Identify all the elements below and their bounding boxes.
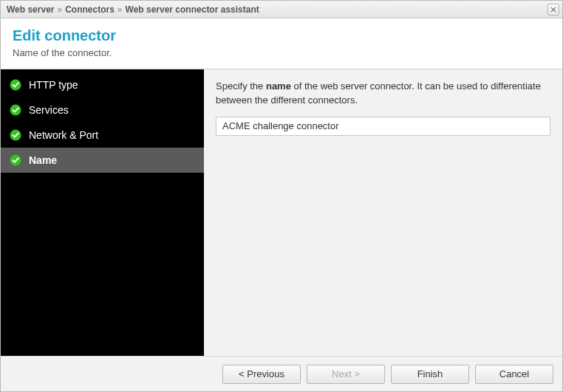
instruction-text: Specify the name of the web server conne… <box>216 80 550 108</box>
titlebar: Web server » Connectors » Web server con… <box>1 1 562 18</box>
breadcrumb-separator: » <box>57 4 62 15</box>
wizard-step-name[interactable]: Name <box>1 148 204 173</box>
close-icon <box>550 7 556 13</box>
cancel-button[interactable]: Cancel <box>475 365 553 384</box>
instruction-bold: name <box>266 80 291 92</box>
header-area: Edit connector Name of the connector. <box>1 18 562 69</box>
wizard-step-network-port[interactable]: Network & Port <box>1 123 204 148</box>
instruction-pre: Specify the <box>216 80 266 92</box>
check-circle-icon <box>10 154 21 166</box>
finish-button[interactable]: Finish <box>391 365 469 384</box>
wizard-steps-sidebar: HTTP type Services Network & Port <box>1 69 204 356</box>
close-button[interactable] <box>547 4 559 16</box>
check-circle-icon <box>10 79 21 91</box>
breadcrumb-item[interactable]: Web server <box>7 4 54 15</box>
check-circle-icon <box>10 104 21 116</box>
next-button: Next > <box>307 365 385 384</box>
page-title: Edit connector <box>13 27 550 44</box>
wizard-step-label: HTTP type <box>29 79 78 91</box>
breadcrumb-item: Web server connector assistant <box>126 4 259 15</box>
connector-name-input[interactable] <box>216 117 550 136</box>
wizard-step-label: Name <box>29 154 57 166</box>
breadcrumb-item[interactable]: Connectors <box>65 4 115 15</box>
wizard-step-http-type[interactable]: HTTP type <box>1 72 204 97</box>
page-subtitle: Name of the connector. <box>13 47 550 58</box>
check-circle-icon <box>10 129 21 141</box>
wizard-step-label: Network & Port <box>29 129 98 141</box>
wizard-step-label: Services <box>29 104 69 116</box>
wizard-step-services[interactable]: Services <box>1 97 204 123</box>
breadcrumb: Web server » Connectors » Web server con… <box>7 4 547 15</box>
content-panel: Specify the name of the web server conne… <box>204 69 562 356</box>
breadcrumb-separator: » <box>117 4 123 15</box>
dialog: Web server » Connectors » Web server con… <box>0 0 563 392</box>
body: HTTP type Services Network & Port <box>1 69 562 356</box>
previous-button[interactable]: < Previous <box>222 365 301 384</box>
footer: < Previous Next > Finish Cancel <box>1 356 562 391</box>
